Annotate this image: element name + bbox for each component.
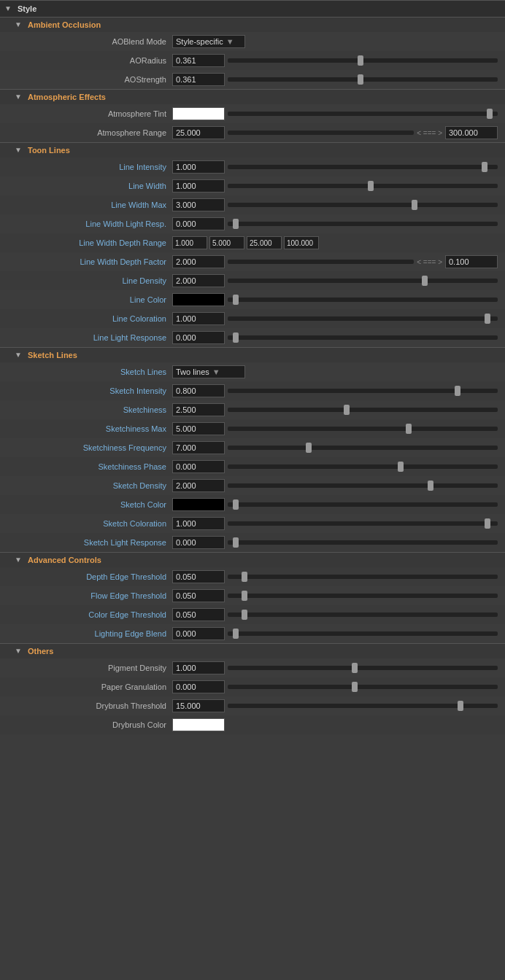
color-edge-slider[interactable] bbox=[225, 608, 501, 621]
line-coloration-slider[interactable] bbox=[225, 312, 501, 325]
line-density-slider[interactable] bbox=[225, 274, 501, 287]
sketch-intensity-value[interactable]: 0.800 bbox=[172, 384, 225, 397]
flow-edge-thumb[interactable] bbox=[242, 591, 247, 601]
depth-edge-slider[interactable] bbox=[225, 570, 501, 583]
sketchiness-thumb[interactable] bbox=[344, 405, 350, 415]
sketch-intensity-thumb[interactable] bbox=[455, 386, 460, 396]
line-color-swatch[interactable] bbox=[172, 293, 225, 306]
aostrength-value[interactable]: 0.361 bbox=[172, 73, 225, 86]
sketchiness-max-thumb[interactable] bbox=[406, 424, 412, 434]
lighting-edge-slider[interactable] bbox=[225, 627, 501, 640]
line-coloration-value[interactable]: 1.000 bbox=[172, 312, 225, 325]
atm-range-slider[interactable]: < === > 300.000 bbox=[225, 126, 501, 139]
sketchiness-value[interactable]: 2.500 bbox=[172, 403, 225, 416]
line-width-light-slider[interactable] bbox=[225, 217, 501, 230]
depth-range-val3[interactable]: 25.000 bbox=[247, 236, 282, 249]
atmospheric-header[interactable]: ▼ Atmospheric Effects bbox=[0, 89, 505, 104]
line-intensity-thumb[interactable] bbox=[482, 162, 487, 172]
atm-tint-slider[interactable] bbox=[225, 107, 501, 120]
sketchiness-phase-thumb[interactable] bbox=[398, 462, 404, 472]
depth-edge-value[interactable]: 0.050 bbox=[172, 570, 225, 583]
flow-edge-value[interactable]: 0.050 bbox=[172, 589, 225, 602]
toon-lines-header[interactable]: ▼ Toon Lines bbox=[0, 142, 505, 158]
paper-granulation-thumb[interactable] bbox=[352, 682, 358, 692]
style-section-header[interactable]: ▼ Style bbox=[0, 0, 505, 17]
line-light-response-slider[interactable] bbox=[225, 331, 501, 344]
atm-range-start[interactable]: 25.000 bbox=[172, 126, 225, 139]
line-light-response-value[interactable]: 0.000 bbox=[172, 331, 225, 344]
sketch-coloration-value[interactable]: 1.000 bbox=[172, 517, 225, 530]
line-width-value[interactable]: 1.000 bbox=[172, 179, 225, 192]
sketchiness-slider[interactable] bbox=[225, 403, 501, 416]
sketchiness-freq-value[interactable]: 7.000 bbox=[172, 441, 225, 454]
drybrush-threshold-thumb[interactable] bbox=[458, 701, 463, 711]
line-coloration-thumb[interactable] bbox=[485, 314, 490, 324]
atm-tint-thumb[interactable] bbox=[487, 109, 493, 119]
aoblend-dropdown[interactable]: Style-specific ▼ bbox=[172, 35, 245, 48]
depth-range-val4[interactable]: 100.000 bbox=[284, 236, 319, 249]
sketch-density-thumb[interactable] bbox=[428, 481, 433, 491]
color-edge-value[interactable]: 0.050 bbox=[172, 608, 225, 621]
sketch-density-value[interactable]: 2.000 bbox=[172, 479, 225, 492]
line-width-depth-factor-slider[interactable]: < === > 0.100 bbox=[225, 255, 501, 268]
sketchiness-phase-slider[interactable] bbox=[225, 460, 501, 473]
aoradius-slider[interactable] bbox=[225, 54, 501, 67]
sketchiness-freq-slider[interactable] bbox=[225, 441, 501, 454]
line-color-thumb[interactable] bbox=[233, 295, 239, 305]
line-width-depth-factor-value[interactable]: 2.000 bbox=[172, 255, 225, 268]
sketch-color-swatch[interactable] bbox=[172, 498, 225, 511]
line-density-value[interactable]: 2.000 bbox=[172, 274, 225, 287]
sketch-coloration-thumb[interactable] bbox=[485, 518, 490, 529]
sketch-intensity-slider[interactable] bbox=[225, 384, 501, 397]
line-light-response-thumb[interactable] bbox=[233, 332, 239, 343]
pigment-density-value[interactable]: 1.000 bbox=[172, 661, 225, 674]
sketchiness-phase-value[interactable]: 0.000 bbox=[172, 460, 225, 473]
aoradius-thumb[interactable] bbox=[358, 55, 363, 66]
paper-granulation-value[interactable]: 0.000 bbox=[172, 680, 225, 693]
pigment-density-slider[interactable] bbox=[225, 661, 501, 674]
sketch-lines-dropdown[interactable]: Two lines ▼ bbox=[172, 365, 245, 378]
sketch-light-response-thumb[interactable] bbox=[233, 537, 239, 548]
drybrush-threshold-value[interactable]: 15.000 bbox=[172, 699, 225, 712]
depth-range-val2[interactable]: 5.000 bbox=[209, 236, 244, 249]
lighting-edge-thumb[interactable] bbox=[233, 629, 239, 639]
color-edge-thumb[interactable] bbox=[242, 610, 247, 620]
sketchiness-max-value[interactable]: 5.000 bbox=[172, 422, 225, 435]
ambient-occlusion-header[interactable]: ▼ Ambient Occlusion bbox=[0, 17, 505, 32]
others-header[interactable]: ▼ Others bbox=[0, 643, 505, 658]
pigment-density-thumb[interactable] bbox=[352, 663, 358, 673]
aoradius-value[interactable]: 0.361 bbox=[172, 54, 225, 67]
advanced-header[interactable]: ▼ Advanced Controls bbox=[0, 552, 505, 567]
sketchiness-freq-thumb[interactable] bbox=[306, 443, 312, 453]
line-width-slider[interactable] bbox=[225, 179, 501, 192]
sketch-light-response-value[interactable]: 0.000 bbox=[172, 536, 225, 549]
drybrush-color-swatch[interactable] bbox=[172, 718, 225, 731]
sketch-coloration-slider[interactable] bbox=[225, 517, 501, 530]
atm-range-end[interactable]: 300.000 bbox=[445, 126, 498, 139]
line-width-light-thumb[interactable] bbox=[233, 219, 239, 229]
drybrush-threshold-slider[interactable] bbox=[225, 699, 501, 712]
depth-edge-thumb[interactable] bbox=[242, 572, 247, 582]
paper-granulation-slider[interactable] bbox=[225, 680, 501, 693]
aostrength-thumb[interactable] bbox=[358, 74, 363, 85]
flow-edge-slider[interactable] bbox=[225, 589, 501, 602]
sketchiness-max-slider[interactable] bbox=[225, 422, 501, 435]
sketch-lines-header[interactable]: ▼ Sketch Lines bbox=[0, 347, 505, 362]
line-intensity-value[interactable]: 1.000 bbox=[172, 160, 225, 174]
line-density-thumb[interactable] bbox=[422, 276, 428, 286]
line-width-thumb[interactable] bbox=[368, 181, 374, 191]
aostrength-slider[interactable] bbox=[225, 73, 501, 86]
sketch-color-slider[interactable] bbox=[225, 498, 501, 511]
lighting-edge-value[interactable]: 0.000 bbox=[172, 627, 225, 640]
line-width-max-value[interactable]: 3.000 bbox=[172, 198, 225, 211]
line-width-max-thumb[interactable] bbox=[412, 200, 417, 210]
sketch-color-thumb[interactable] bbox=[233, 499, 239, 510]
atm-tint-color[interactable] bbox=[172, 107, 225, 120]
depth-range-val1[interactable]: 1.000 bbox=[172, 236, 207, 249]
line-intensity-slider[interactable] bbox=[225, 160, 501, 174]
lwdf-end[interactable]: 0.100 bbox=[445, 255, 498, 268]
line-width-max-slider[interactable] bbox=[225, 198, 501, 211]
line-color-slider[interactable] bbox=[225, 293, 501, 306]
sketch-density-slider[interactable] bbox=[225, 479, 501, 492]
sketch-light-response-slider[interactable] bbox=[225, 536, 501, 549]
